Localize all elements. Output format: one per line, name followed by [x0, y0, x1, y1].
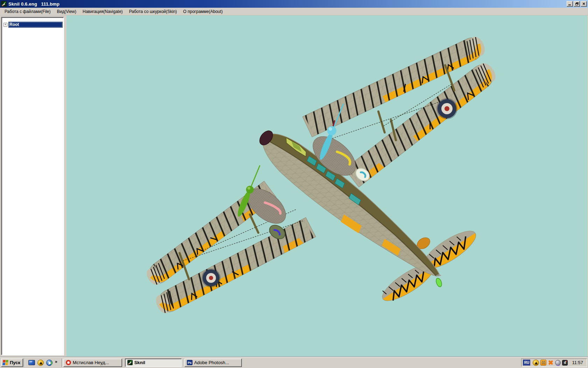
tree-expander-icon[interactable]: + — [4, 23, 7, 27]
taskbar-button-opera-label: Мстислав Неуд... — [73, 360, 109, 365]
media-player-icon[interactable] — [46, 360, 52, 366]
restore-button[interactable] — [574, 1, 580, 7]
taskbar: Пуск » Мстислав Неуд... Sknil Ps Adobe P… — [0, 357, 588, 368]
start-button[interactable]: Пуск — [1, 359, 23, 367]
tree-item-root[interactable]: Root — [8, 22, 63, 28]
taskbar-divider-2 — [62, 359, 63, 367]
taskbar-button-sknil[interactable]: Sknil — [125, 359, 182, 367]
taskbar-button-photoshop[interactable]: Ps Adobe Photosh... — [184, 359, 242, 367]
roundel-starboard — [436, 98, 457, 119]
tray-d-badge-icon[interactable]: d — [562, 360, 568, 366]
tray-sphere-icon[interactable] — [555, 360, 561, 366]
opera-icon — [66, 360, 71, 365]
roundel-port — [202, 268, 220, 287]
quick-launch-more-chevron[interactable]: » — [55, 359, 58, 366]
close-button[interactable]: × — [581, 1, 587, 7]
taskbar-button-sknil-label: Sknil — [134, 360, 145, 365]
menu-file[interactable]: Работа с файлами(File) — [1, 8, 54, 15]
menu-view[interactable]: Вид(View) — [54, 8, 79, 15]
menu-about[interactable]: О программе(About) — [180, 8, 226, 15]
photoshop-icon: Ps — [187, 360, 192, 365]
window-title: Sknil 0.6.eng 111.bmp — [8, 1, 59, 7]
app-icon[interactable] — [1, 1, 7, 7]
tray-pause-icon[interactable] — [540, 360, 546, 366]
quick-launch: » — [26, 359, 61, 366]
minimize-button[interactable] — [567, 1, 573, 7]
model-tree-panel: + Root — [1, 17, 64, 355]
taskbar-button-photoshop-label: Adobe Photosh... — [194, 360, 229, 365]
show-desktop-icon[interactable] — [28, 360, 35, 365]
taskbar-button-opera[interactable]: Мстислав Неуд... — [63, 359, 122, 367]
biplane-render — [66, 15, 587, 357]
restore-icon — [575, 2, 579, 5]
sknil-icon — [127, 360, 133, 365]
language-indicator[interactable]: RU — [523, 360, 530, 366]
taskbar-divider — [24, 359, 25, 367]
system-tray: RU d 11:57 — [521, 359, 587, 367]
tree-row-root[interactable]: + Root — [2, 22, 63, 28]
menu-bar: Работа с файлами(File) Вид(View) Навигац… — [0, 8, 588, 15]
windows-logo-icon — [2, 360, 9, 365]
window-titlebar[interactable]: Sknil 0.6.eng 111.bmp × — [0, 0, 588, 8]
minimize-icon — [568, 5, 571, 5]
menu-skin[interactable]: Работа со шкуркой(Skin) — [126, 8, 180, 15]
tray-gold-triangle-icon[interactable] — [533, 360, 539, 366]
taskbar-clock: 11:57 — [569, 360, 584, 365]
tray-orange-star-icon[interactable] — [548, 360, 554, 366]
start-label: Пуск — [10, 360, 20, 365]
close-icon: × — [582, 1, 585, 6]
menu-navigate[interactable]: Навигация(Navigate) — [79, 8, 126, 15]
desktop: Sknil 0.6.eng 111.bmp × Работа с файлами… — [0, 0, 588, 368]
gold-triangle-icon[interactable] — [37, 360, 44, 366]
model-viewport[interactable] — [66, 15, 587, 357]
window-content: + Root — [0, 15, 588, 357]
